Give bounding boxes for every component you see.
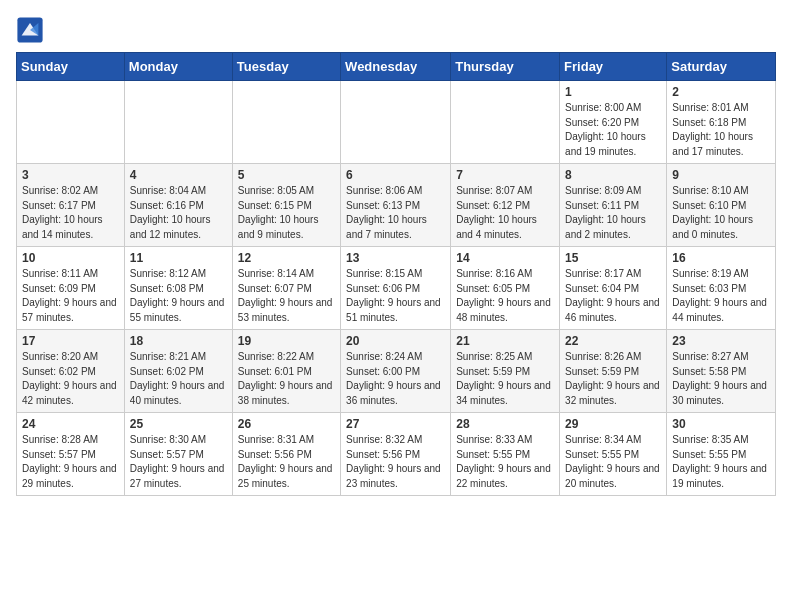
logo-icon	[16, 16, 44, 44]
week-row-3: 10Sunrise: 8:11 AM Sunset: 6:09 PM Dayli…	[17, 247, 776, 330]
day-number: 22	[565, 334, 661, 348]
empty-cell	[232, 81, 340, 164]
day-cell-3: 3Sunrise: 8:02 AM Sunset: 6:17 PM Daylig…	[17, 164, 125, 247]
day-info: Sunrise: 8:19 AM Sunset: 6:03 PM Dayligh…	[672, 267, 770, 325]
week-row-5: 24Sunrise: 8:28 AM Sunset: 5:57 PM Dayli…	[17, 413, 776, 496]
day-number: 14	[456, 251, 554, 265]
day-cell-5: 5Sunrise: 8:05 AM Sunset: 6:15 PM Daylig…	[232, 164, 340, 247]
day-info: Sunrise: 8:10 AM Sunset: 6:10 PM Dayligh…	[672, 184, 770, 242]
day-info: Sunrise: 8:25 AM Sunset: 5:59 PM Dayligh…	[456, 350, 554, 408]
column-header-tuesday: Tuesday	[232, 53, 340, 81]
day-cell-25: 25Sunrise: 8:30 AM Sunset: 5:57 PM Dayli…	[124, 413, 232, 496]
day-number: 5	[238, 168, 335, 182]
day-cell-11: 11Sunrise: 8:12 AM Sunset: 6:08 PM Dayli…	[124, 247, 232, 330]
column-header-wednesday: Wednesday	[341, 53, 451, 81]
day-cell-15: 15Sunrise: 8:17 AM Sunset: 6:04 PM Dayli…	[560, 247, 667, 330]
day-cell-6: 6Sunrise: 8:06 AM Sunset: 6:13 PM Daylig…	[341, 164, 451, 247]
day-number: 30	[672, 417, 770, 431]
week-row-1: 1Sunrise: 8:00 AM Sunset: 6:20 PM Daylig…	[17, 81, 776, 164]
column-header-friday: Friday	[560, 53, 667, 81]
day-cell-4: 4Sunrise: 8:04 AM Sunset: 6:16 PM Daylig…	[124, 164, 232, 247]
day-cell-9: 9Sunrise: 8:10 AM Sunset: 6:10 PM Daylig…	[667, 164, 776, 247]
day-cell-2: 2Sunrise: 8:01 AM Sunset: 6:18 PM Daylig…	[667, 81, 776, 164]
day-cell-12: 12Sunrise: 8:14 AM Sunset: 6:07 PM Dayli…	[232, 247, 340, 330]
day-info: Sunrise: 8:17 AM Sunset: 6:04 PM Dayligh…	[565, 267, 661, 325]
day-info: Sunrise: 8:07 AM Sunset: 6:12 PM Dayligh…	[456, 184, 554, 242]
day-number: 9	[672, 168, 770, 182]
day-cell-13: 13Sunrise: 8:15 AM Sunset: 6:06 PM Dayli…	[341, 247, 451, 330]
empty-cell	[124, 81, 232, 164]
day-number: 3	[22, 168, 119, 182]
day-cell-19: 19Sunrise: 8:22 AM Sunset: 6:01 PM Dayli…	[232, 330, 340, 413]
day-number: 17	[22, 334, 119, 348]
day-info: Sunrise: 8:16 AM Sunset: 6:05 PM Dayligh…	[456, 267, 554, 325]
day-info: Sunrise: 8:15 AM Sunset: 6:06 PM Dayligh…	[346, 267, 445, 325]
day-info: Sunrise: 8:20 AM Sunset: 6:02 PM Dayligh…	[22, 350, 119, 408]
day-number: 4	[130, 168, 227, 182]
day-cell-22: 22Sunrise: 8:26 AM Sunset: 5:59 PM Dayli…	[560, 330, 667, 413]
day-info: Sunrise: 8:32 AM Sunset: 5:56 PM Dayligh…	[346, 433, 445, 491]
day-info: Sunrise: 8:30 AM Sunset: 5:57 PM Dayligh…	[130, 433, 227, 491]
day-cell-16: 16Sunrise: 8:19 AM Sunset: 6:03 PM Dayli…	[667, 247, 776, 330]
day-number: 12	[238, 251, 335, 265]
calendar-table: SundayMondayTuesdayWednesdayThursdayFrid…	[16, 52, 776, 496]
week-row-4: 17Sunrise: 8:20 AM Sunset: 6:02 PM Dayli…	[17, 330, 776, 413]
day-cell-7: 7Sunrise: 8:07 AM Sunset: 6:12 PM Daylig…	[451, 164, 560, 247]
day-number: 15	[565, 251, 661, 265]
day-number: 25	[130, 417, 227, 431]
page-header	[16, 16, 776, 44]
day-number: 26	[238, 417, 335, 431]
day-number: 28	[456, 417, 554, 431]
column-header-sunday: Sunday	[17, 53, 125, 81]
day-info: Sunrise: 8:21 AM Sunset: 6:02 PM Dayligh…	[130, 350, 227, 408]
day-info: Sunrise: 8:06 AM Sunset: 6:13 PM Dayligh…	[346, 184, 445, 242]
day-cell-8: 8Sunrise: 8:09 AM Sunset: 6:11 PM Daylig…	[560, 164, 667, 247]
day-cell-30: 30Sunrise: 8:35 AM Sunset: 5:55 PM Dayli…	[667, 413, 776, 496]
day-info: Sunrise: 8:33 AM Sunset: 5:55 PM Dayligh…	[456, 433, 554, 491]
day-info: Sunrise: 8:01 AM Sunset: 6:18 PM Dayligh…	[672, 101, 770, 159]
day-info: Sunrise: 8:14 AM Sunset: 6:07 PM Dayligh…	[238, 267, 335, 325]
day-cell-21: 21Sunrise: 8:25 AM Sunset: 5:59 PM Dayli…	[451, 330, 560, 413]
day-cell-17: 17Sunrise: 8:20 AM Sunset: 6:02 PM Dayli…	[17, 330, 125, 413]
week-row-2: 3Sunrise: 8:02 AM Sunset: 6:17 PM Daylig…	[17, 164, 776, 247]
day-info: Sunrise: 8:31 AM Sunset: 5:56 PM Dayligh…	[238, 433, 335, 491]
day-number: 19	[238, 334, 335, 348]
day-number: 7	[456, 168, 554, 182]
day-cell-1: 1Sunrise: 8:00 AM Sunset: 6:20 PM Daylig…	[560, 81, 667, 164]
day-cell-27: 27Sunrise: 8:32 AM Sunset: 5:56 PM Dayli…	[341, 413, 451, 496]
day-cell-10: 10Sunrise: 8:11 AM Sunset: 6:09 PM Dayli…	[17, 247, 125, 330]
day-info: Sunrise: 8:04 AM Sunset: 6:16 PM Dayligh…	[130, 184, 227, 242]
day-info: Sunrise: 8:26 AM Sunset: 5:59 PM Dayligh…	[565, 350, 661, 408]
day-cell-20: 20Sunrise: 8:24 AM Sunset: 6:00 PM Dayli…	[341, 330, 451, 413]
day-number: 6	[346, 168, 445, 182]
day-info: Sunrise: 8:00 AM Sunset: 6:20 PM Dayligh…	[565, 101, 661, 159]
day-number: 18	[130, 334, 227, 348]
day-number: 24	[22, 417, 119, 431]
day-cell-26: 26Sunrise: 8:31 AM Sunset: 5:56 PM Dayli…	[232, 413, 340, 496]
day-number: 27	[346, 417, 445, 431]
day-info: Sunrise: 8:22 AM Sunset: 6:01 PM Dayligh…	[238, 350, 335, 408]
day-info: Sunrise: 8:27 AM Sunset: 5:58 PM Dayligh…	[672, 350, 770, 408]
day-number: 11	[130, 251, 227, 265]
day-cell-24: 24Sunrise: 8:28 AM Sunset: 5:57 PM Dayli…	[17, 413, 125, 496]
day-number: 1	[565, 85, 661, 99]
day-number: 21	[456, 334, 554, 348]
day-number: 20	[346, 334, 445, 348]
empty-cell	[17, 81, 125, 164]
day-number: 13	[346, 251, 445, 265]
day-info: Sunrise: 8:35 AM Sunset: 5:55 PM Dayligh…	[672, 433, 770, 491]
day-cell-23: 23Sunrise: 8:27 AM Sunset: 5:58 PM Dayli…	[667, 330, 776, 413]
day-info: Sunrise: 8:24 AM Sunset: 6:00 PM Dayligh…	[346, 350, 445, 408]
empty-cell	[451, 81, 560, 164]
day-info: Sunrise: 8:28 AM Sunset: 5:57 PM Dayligh…	[22, 433, 119, 491]
column-header-saturday: Saturday	[667, 53, 776, 81]
day-info: Sunrise: 8:34 AM Sunset: 5:55 PM Dayligh…	[565, 433, 661, 491]
day-info: Sunrise: 8:12 AM Sunset: 6:08 PM Dayligh…	[130, 267, 227, 325]
day-number: 8	[565, 168, 661, 182]
day-number: 29	[565, 417, 661, 431]
day-number: 10	[22, 251, 119, 265]
day-cell-28: 28Sunrise: 8:33 AM Sunset: 5:55 PM Dayli…	[451, 413, 560, 496]
day-info: Sunrise: 8:09 AM Sunset: 6:11 PM Dayligh…	[565, 184, 661, 242]
day-number: 23	[672, 334, 770, 348]
day-info: Sunrise: 8:11 AM Sunset: 6:09 PM Dayligh…	[22, 267, 119, 325]
